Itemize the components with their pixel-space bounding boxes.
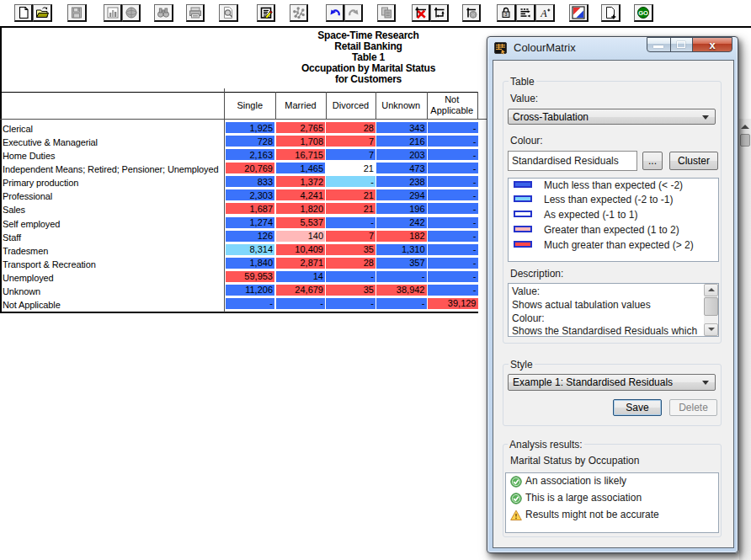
svg-text:A: A <box>540 8 547 19</box>
svg-text:GO: GO <box>638 9 648 17</box>
svg-text:3: 3 <box>505 12 508 17</box>
